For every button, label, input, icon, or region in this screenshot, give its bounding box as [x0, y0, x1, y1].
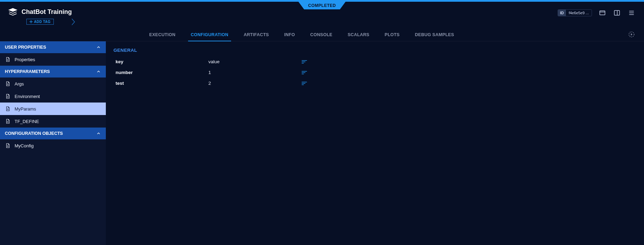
id-chip-label: ID — [558, 10, 566, 16]
sidebar-item-label: MyConfig — [15, 143, 34, 148]
sidebar-item-myparams[interactable]: MyParams — [0, 103, 106, 115]
header-left: ChatBot Training ADD TAG — [8, 7, 72, 25]
notes-icon — [301, 60, 333, 64]
sidebar-item-tfdefine[interactable]: TF_DEFINE — [0, 115, 106, 128]
content-area: GENERAL key value number 1 — [106, 41, 644, 245]
sidebar-section-title: USER PROPERTIES — [5, 45, 46, 50]
chevron-up-icon — [96, 131, 101, 136]
sidebar-item-label: TF_DEFINE — [15, 119, 39, 124]
sidebar-section-title: CONFIGURATION OBJECTS — [5, 131, 63, 136]
svg-rect-0 — [600, 11, 605, 15]
chevron-up-icon — [96, 69, 101, 74]
notes-icon — [301, 71, 333, 75]
app-logo-icon — [8, 7, 17, 16]
sidebar-section-hyperparameters[interactable]: HYPERPARAMETERS — [0, 66, 106, 77]
param-action[interactable] — [299, 78, 336, 89]
param-action[interactable] — [299, 67, 336, 78]
tab-info[interactable]: INFO — [284, 28, 295, 41]
tag-arrow-inner — [71, 19, 74, 25]
sidebar-item-label: Properties — [15, 57, 35, 62]
param-value: 1 — [206, 67, 299, 78]
sidebar-section-title: HYPERPARAMETERS — [5, 69, 50, 74]
sidebar-item-label: Args — [15, 81, 24, 87]
table-row: test 2 — [113, 78, 336, 89]
id-chip-value: f4e6e5e9 ... — [566, 10, 592, 16]
add-tag-button[interactable]: ADD TAG — [26, 19, 54, 25]
sidebar-item-properties[interactable]: Properties — [0, 53, 106, 66]
param-action[interactable] — [299, 56, 336, 67]
document-icon — [5, 93, 10, 99]
sidebar-item-label: Environment — [15, 94, 40, 99]
chevron-up-icon — [96, 45, 101, 50]
tab-debug-samples[interactable]: DEBUG SAMPLES — [415, 28, 454, 41]
add-tag-wrap: ADD TAG — [26, 18, 72, 25]
title-row: ChatBot Training — [8, 7, 72, 16]
sidebar-item-myconfig[interactable]: MyConfig — [0, 139, 106, 152]
sidebar-item-environment[interactable]: Environment — [0, 90, 106, 103]
menu-icon[interactable] — [627, 9, 636, 17]
notes-icon — [301, 81, 333, 85]
tab-scalars[interactable]: SCALARS — [348, 28, 370, 41]
tab-configuration[interactable]: CONFIGURATION — [191, 28, 229, 41]
document-icon — [5, 106, 10, 112]
document-icon — [5, 143, 10, 148]
header-right: ID f4e6e5e9 ... — [558, 7, 636, 17]
add-tag-label: ADD TAG — [34, 20, 51, 24]
param-key: key — [113, 56, 206, 67]
svg-rect-1 — [615, 10, 620, 15]
document-icon — [5, 57, 10, 62]
workspace: USER PROPERTIES Properties HYPERPARAMETE… — [0, 41, 644, 245]
content-section-title: GENERAL — [113, 48, 636, 53]
param-key: number — [113, 67, 206, 78]
sidebar-section-configuration-objects[interactable]: CONFIGURATION OBJECTS — [0, 128, 106, 139]
tab-plots[interactable]: PLOTS — [385, 28, 400, 41]
layout-toggle-icon[interactable] — [613, 9, 621, 17]
document-icon — [5, 119, 10, 124]
page-title: ChatBot Training — [22, 8, 72, 16]
table-row: key value — [113, 56, 336, 67]
sidebar-item-label: MyParams — [15, 106, 36, 112]
plus-icon — [29, 20, 33, 23]
id-chip[interactable]: ID f4e6e5e9 ... — [558, 9, 592, 16]
tab-artifacts[interactable]: ARTIFACTS — [244, 28, 269, 41]
status-badge: COMPLETED — [298, 2, 346, 9]
sidebar: USER PROPERTIES Properties HYPERPARAMETE… — [0, 41, 106, 245]
details-panel-icon[interactable] — [598, 9, 607, 17]
param-value: 2 — [206, 78, 299, 89]
tabbar: EXECUTION CONFIGURATION ARTIFACTS INFO C… — [0, 28, 644, 41]
tab-execution[interactable]: EXECUTION — [149, 28, 176, 41]
params-table: key value number 1 — [113, 56, 336, 89]
sidebar-section-user-properties[interactable]: USER PROPERTIES — [0, 41, 106, 53]
tab-console[interactable]: CONSOLE — [310, 28, 332, 41]
table-row: number 1 — [113, 67, 336, 78]
document-icon — [5, 81, 10, 87]
maximize-icon[interactable] — [627, 30, 636, 39]
sidebar-item-args[interactable]: Args — [0, 77, 106, 90]
param-value: value — [206, 56, 299, 67]
param-key: test — [113, 78, 206, 89]
